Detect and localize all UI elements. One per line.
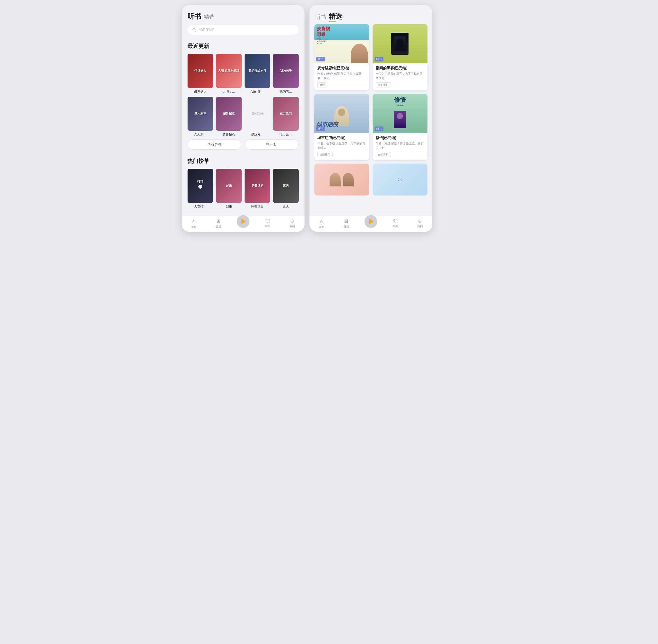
book-title-6: 越界招惹: [216, 132, 242, 137]
book-title-8: 亿万豪…: [273, 132, 299, 137]
book-title-2: 大明：…: [216, 89, 242, 94]
play-circle-right[interactable]: [365, 215, 377, 228]
search-bar[interactable]: 书名/作者: [188, 25, 299, 34]
left-title-main: 听书: [188, 12, 201, 21]
hot-title: 热门榜单: [188, 157, 299, 165]
featured-card-xiuwu[interactable]: 修悟 Xiu Wu 听书: [373, 94, 427, 160]
book-title-7: 浪荡修…: [245, 132, 270, 137]
nav-bookshelf-label-right: 书架: [393, 225, 398, 228]
book-title-4: 我的老…: [273, 89, 299, 94]
mckinsey-badge: 财经: [317, 82, 327, 88]
book-cover-7: 浪荡修士: [245, 97, 270, 131]
book-item-3[interactable]: 我的谍战岁月 我的谍…: [245, 54, 270, 94]
home-icon-left: ⌂: [192, 218, 195, 225]
bottom-card-2[interactable]: 水: [373, 164, 427, 196]
nav-bookshelf-right[interactable]: 𝔐 书架: [383, 218, 408, 229]
hot-title-2: 剑来: [216, 204, 242, 209]
book-item-7[interactable]: 浪荡修士 浪荡修…: [245, 97, 270, 137]
left-phone-screen: 听书 精选 书名/作者 最近更新 俗世妖人: [182, 5, 305, 232]
nav-category-right[interactable]: ⊞ 分类: [334, 218, 359, 229]
book-cover-5: 真人剧本: [188, 97, 213, 131]
nav-home-left[interactable]: ⌂ 首页: [182, 218, 206, 229]
hacker-cover: 听书: [373, 24, 427, 63]
featured-card-mckinsey[interactable]: 麦肯锡 思维 THEMCKINSEYMIND 听书 麦肯锡思维(已完结): [314, 24, 369, 90]
book-item-1[interactable]: 俗世妖人 俗世妖人: [188, 54, 213, 94]
mckinsey-title: 麦肯锡思维(已完结): [317, 66, 366, 70]
mine-icon-left: ☺: [289, 218, 294, 224]
bottom-cards: 水: [309, 164, 432, 201]
book-item-6[interactable]: 越界招惹 越界招惹: [216, 97, 242, 137]
home-icon-right: ⌂: [320, 218, 323, 225]
category-icon-left: ⊞: [216, 218, 220, 224]
play-triangle-right: [369, 219, 374, 224]
bookshelf-icon-right: 𝔐: [393, 218, 398, 224]
nav-mine-label-left: 我的: [289, 225, 295, 228]
xiuwu-desc: 作者：将进 修悟！悟才是王道。曲折的生命…: [376, 141, 424, 150]
book-title-1: 俗世妖人: [188, 89, 213, 94]
xiuwu-title: 修悟(已完结): [376, 136, 424, 140]
nav-category-label-left: 分类: [216, 225, 221, 228]
city-badge: 古情通俗: [317, 152, 333, 157]
city-tag: 听书: [316, 127, 325, 131]
hot-books-grid: 打猎 大奉打… 剑来 剑来 完美世界: [188, 169, 299, 209]
featured-card-hacker[interactable]: 听书 指间的黑客(已完结) 一位名叫杨天的黑客，为了寻找自己两位兄… 玄幻奇幻: [373, 24, 427, 90]
hot-cover-3: 完美世界: [245, 169, 270, 203]
nav-play-right[interactable]: [359, 218, 383, 229]
hot-section: 热门榜单 打猎 大奉打… 剑来: [182, 153, 305, 215]
refresh-button[interactable]: 换一批: [245, 139, 299, 150]
mckinsey-info: 麦肯锡思维(已完结) 作者：(美)洛威茨 作为世界上最著名、最成… 财经: [314, 63, 369, 90]
nav-bookshelf-left[interactable]: 𝔐 书架: [256, 218, 280, 229]
svg-point-0: [193, 28, 195, 31]
nav-category-left[interactable]: ⊞ 分类: [206, 218, 231, 229]
buttons-row: 查看更多 换一批: [188, 139, 299, 150]
left-scroll-content[interactable]: 最近更新 俗世妖人 俗世妖人 大明 家父朱元璋 大明：…: [182, 38, 305, 232]
city-desc: 作者：岳本祖 人生如梦，再丰盛的青春时…: [317, 141, 366, 150]
recent-books-grid: 俗世妖人 俗世妖人 大明 家父朱元璋 大明：… 我的谍战岁月: [188, 54, 299, 137]
xiuwu-badge: 玄幻奇幻: [376, 152, 391, 157]
book-item-2[interactable]: 大明 家父朱元璋 大明：…: [216, 54, 242, 94]
xiuwu-info: 修悟(已完结) 作者：将进 修悟！悟才是王道。曲折的生命… 玄幻奇幻: [373, 133, 427, 160]
nav-home-right[interactable]: ⌂ 首页: [309, 218, 334, 229]
bottom-card-1[interactable]: [314, 164, 369, 196]
search-icon: [192, 28, 196, 32]
book-item-8[interactable]: 亿万豪门 亿万豪…: [273, 97, 299, 137]
hot-book-4[interactable]: 遮天 遮天: [273, 169, 299, 209]
hot-title-3: 完美世界: [245, 204, 270, 209]
featured-grid: 麦肯锡 思维 THEMCKINSEYMIND 听书 麦肯锡思维(已完结): [309, 24, 432, 160]
featured-card-city[interactable]: 城市疤痕 听书 城市疤痕(已完结) 作者：岳本祖 人生如梦，再丰盛的青春时… 古…: [314, 94, 369, 160]
book-cover-8: 亿万豪门: [273, 97, 299, 131]
nav-mine-left[interactable]: ☺ 我的: [280, 218, 305, 229]
book-item-5[interactable]: 真人剧本 真人剧…: [188, 97, 213, 137]
hacker-tag: 听书: [375, 57, 383, 62]
book-cover-3: 我的谍战岁月: [245, 54, 270, 88]
nav-mine-label-right: 我的: [417, 225, 423, 228]
hot-cover-1: 打猎: [188, 169, 213, 203]
nav-play-left[interactable]: [231, 218, 256, 229]
hot-cover-4: 遮天: [273, 169, 299, 203]
hot-title-4: 遮天: [273, 204, 299, 209]
right-scroll-area[interactable]: 麦肯锡 思维 THEMCKINSEYMIND 听书 麦肯锡思维(已完结): [309, 24, 432, 232]
book-cover-4: 我的老千: [273, 54, 299, 88]
view-more-button[interactable]: 查看更多: [188, 139, 241, 150]
title-underline: [329, 21, 336, 22]
nav-bookshelf-label-left: 书架: [265, 225, 270, 228]
nav-mine-right[interactable]: ☺ 我的: [408, 218, 432, 229]
recent-title: 最近更新: [188, 43, 299, 50]
nav-home-label-left: 首页: [191, 225, 197, 229]
search-placeholder: 书名/作者: [198, 27, 214, 32]
hacker-desc: 一位名叫杨天的黑客，为了寻找自己两位兄…: [376, 71, 424, 80]
city-cover: 城市疤痕 听书: [314, 94, 369, 133]
svg-line-1: [195, 31, 196, 32]
right-title-sub: 精选: [329, 12, 343, 21]
hacker-title: 指间的黑客(已完结): [376, 66, 424, 70]
play-circle-left[interactable]: [237, 215, 249, 228]
city-title: 城市疤痕(已完结): [317, 136, 366, 140]
left-title-sub: 精选: [204, 13, 215, 21]
mine-icon-right: ☺: [417, 218, 422, 224]
xiuwu-cover: 修悟 Xiu Wu 听书: [373, 94, 427, 133]
hot-book-3[interactable]: 完美世界 完美世界: [245, 169, 270, 209]
book-item-4[interactable]: 我的老千 我的老…: [273, 54, 299, 94]
hot-book-1[interactable]: 打猎 大奉打…: [188, 169, 213, 209]
hot-book-2[interactable]: 剑来 剑来: [216, 169, 242, 209]
city-info: 城市疤痕(已完结) 作者：岳本祖 人生如梦，再丰盛的青春时… 古情通俗: [314, 133, 369, 160]
